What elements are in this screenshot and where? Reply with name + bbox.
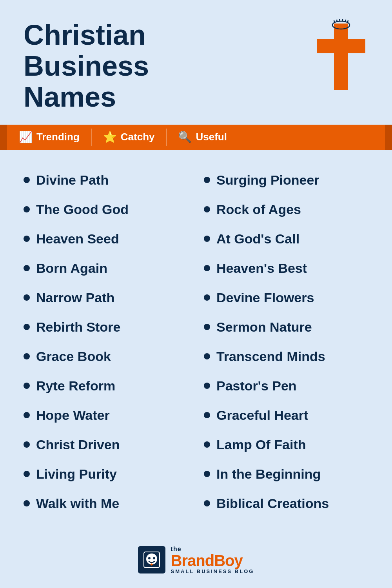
list-item: Heaven Seed: [16, 224, 196, 254]
tag-bar: 📈 Trending ⭐ Catchy 🔍 Useful: [0, 125, 392, 150]
cross-icon: [314, 16, 368, 94]
list-item: Walk with Me: [16, 489, 196, 518]
names-grid: Divine Path The Good God Heaven Seed Bor…: [16, 165, 376, 518]
names-left-col: Divine Path The Good God Heaven Seed Bor…: [16, 165, 196, 518]
trending-icon: 📈: [19, 131, 33, 143]
list-item: Rebirth Store: [16, 312, 196, 342]
bullet-icon: [24, 471, 30, 477]
bullet-icon: [24, 353, 30, 359]
footer-brand-name: BrandBoy: [171, 553, 254, 568]
bullet-icon: [24, 294, 30, 301]
svg-line-4: [337, 20, 337, 22]
bullet-icon: [24, 412, 30, 418]
bullet-icon: [204, 353, 210, 359]
list-item: Heaven's Best: [196, 254, 376, 283]
list-item: Transcend Minds: [196, 342, 376, 371]
bullet-icon: [204, 324, 210, 330]
svg-point-12: [153, 557, 155, 559]
bullet-icon: [24, 500, 30, 506]
svg-line-7: [345, 20, 346, 22]
list-item: Living Purity: [16, 459, 196, 489]
tag-useful[interactable]: 🔍 Useful: [166, 125, 238, 150]
bullet-icon: [24, 236, 30, 242]
list-item: Sermon Nature: [196, 312, 376, 342]
tag-trending[interactable]: 📈 Trending: [7, 125, 91, 150]
page-title: Christian Business Names: [24, 20, 259, 113]
svg-point-11: [148, 557, 151, 559]
list-item: Pastor's Pen: [196, 371, 376, 401]
bullet-icon: [204, 206, 210, 212]
bullet-icon: [204, 383, 210, 389]
names-section: Divine Path The Good God Heaven Seed Bor…: [0, 165, 392, 534]
catchy-icon: ⭐: [103, 131, 117, 143]
svg-rect-0: [334, 24, 348, 90]
list-item: Born Again: [16, 254, 196, 283]
tag-useful-label: Useful: [196, 131, 227, 143]
brandboy-logo-icon: [138, 546, 165, 573]
list-item: Devine Flowers: [196, 283, 376, 312]
bullet-icon: [204, 412, 210, 418]
footer-sub-label: Small Business Blog: [171, 568, 254, 574]
tag-trending-label: Trending: [36, 131, 80, 143]
bullet-icon: [204, 294, 210, 301]
bullet-icon: [204, 500, 210, 506]
brandboy-text: the BrandBoy Small Business Blog: [171, 546, 254, 574]
bullet-icon: [24, 206, 30, 212]
header: Christian Business Names: [0, 0, 392, 121]
useful-icon: 🔍: [178, 131, 192, 143]
bullet-icon: [204, 236, 210, 242]
list-item: Biblical Creations: [196, 489, 376, 518]
names-right-col: Surging Pioneer Rock of Ages At God's Ca…: [196, 165, 376, 518]
list-item: Narrow Path: [16, 283, 196, 312]
list-item: Divine Path: [16, 165, 196, 195]
bullet-icon: [204, 265, 210, 271]
tag-bar-right-accent: [385, 125, 392, 150]
list-item: Ryte Reform: [16, 371, 196, 401]
list-item: Surging Pioneer: [196, 165, 376, 195]
list-item: At God's Call: [196, 224, 376, 254]
bullet-icon: [204, 177, 210, 183]
list-item: Lamp Of Faith: [196, 430, 376, 459]
bullet-icon: [24, 177, 30, 183]
bullet-icon: [24, 383, 30, 389]
tag-catchy[interactable]: ⭐ Catchy: [91, 125, 167, 150]
bullet-icon: [204, 441, 210, 448]
list-item: Graceful Heart: [196, 401, 376, 430]
footer: the BrandBoy Small Business Blog: [0, 534, 392, 588]
list-item: In the Beginning: [196, 459, 376, 489]
svg-rect-1: [317, 39, 365, 53]
title-block: Christian Business Names: [24, 20, 314, 113]
list-item: The Good God: [16, 195, 196, 224]
list-item: Christ Driven: [16, 430, 196, 459]
bullet-icon: [24, 265, 30, 271]
tag-bar-left-accent: [0, 125, 7, 150]
bullet-icon: [24, 324, 30, 330]
bullet-icon: [24, 441, 30, 448]
list-item: Rock of Ages: [196, 195, 376, 224]
tag-catchy-label: Catchy: [121, 131, 155, 143]
list-item: Grace Book: [16, 342, 196, 371]
svg-line-5: [339, 19, 340, 22]
list-item: Hope Water: [16, 401, 196, 430]
bullet-icon: [204, 471, 210, 477]
